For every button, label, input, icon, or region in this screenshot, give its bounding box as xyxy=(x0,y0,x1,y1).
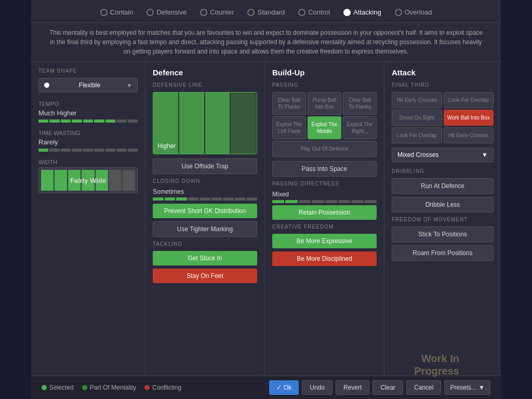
ok-button[interactable]: ✓ Ok xyxy=(269,380,299,395)
pass-cell-play-out[interactable]: Play Out Of Defence xyxy=(272,141,377,157)
dribbling-label: DRIBBLING xyxy=(392,168,494,174)
run-at-defence-button[interactable]: Run At Defence xyxy=(392,178,494,194)
tw-seg-2 xyxy=(49,149,59,152)
clear-button[interactable]: Clear xyxy=(373,380,403,395)
nav-label-contain: Contain xyxy=(110,8,134,16)
mentality-description: This mentality is best employed for matc… xyxy=(31,23,501,62)
ft-look-overlap-top-right[interactable]: Look For Overlap xyxy=(444,92,494,108)
stay-on-feet-button[interactable]: Stay On Feet xyxy=(153,269,257,283)
legend: Selected Part Of Mentality Conflicting xyxy=(42,384,181,391)
def-line-value: Higher xyxy=(157,142,176,150)
cd-seg-3 xyxy=(176,197,187,201)
work-in-progress-text: Work InProgress xyxy=(414,352,459,377)
presets-chevron: ▼ xyxy=(478,384,485,391)
tempo-seg-6 xyxy=(94,119,104,123)
nav-defensive[interactable]: Defensive xyxy=(141,6,192,18)
w-seg-6 xyxy=(109,170,122,191)
pd-seg-1 xyxy=(272,200,284,203)
nav-radio-defensive xyxy=(147,9,154,16)
cd-seg-1 xyxy=(153,197,164,201)
nav-radio-counter xyxy=(200,9,207,16)
crosses-value: Mixed Crosses xyxy=(397,151,438,158)
legend-selected: Selected xyxy=(42,384,74,391)
attack-panel: Attack FINAL THIRD Hit Early Crosses Loo… xyxy=(384,62,501,376)
retain-possession-button[interactable]: Retain Possession xyxy=(272,205,377,220)
closing-down-value: Sometimes xyxy=(153,188,257,195)
ft-hit-early-top-left[interactable]: Hit Early Crosses xyxy=(392,92,442,108)
closing-down-slider[interactable] xyxy=(153,197,257,201)
be-more-expressive-button[interactable]: Be More Expressive xyxy=(272,234,377,248)
pass-cell-left-flank[interactable]: Exploit The Left Flank xyxy=(272,116,306,139)
pass-cell-right-flank[interactable]: Exploit The Right... xyxy=(343,116,377,139)
stick-to-positions-button[interactable]: Stick To Positions xyxy=(392,227,494,242)
tempo-seg-4 xyxy=(72,119,82,123)
cd-seg-2 xyxy=(165,197,176,201)
timewasting-label: TIME WASTING xyxy=(38,130,138,136)
pd-seg-5 xyxy=(325,200,337,203)
legend-conflicting: Conflicting xyxy=(144,384,181,391)
tighter-marking-button[interactable]: Use Tighter Marking xyxy=(153,221,257,237)
attack-title: Attack xyxy=(392,68,494,77)
timewasting-value: Rarely xyxy=(38,138,138,146)
nav-attacking[interactable]: Attacking xyxy=(338,6,386,18)
pass-cell-clear-right[interactable]: Clear Ball To Flanks xyxy=(343,92,377,115)
ft-look-overlap-bottom-left[interactable]: Look For Overlap xyxy=(392,127,442,143)
crosses-chevron: ▼ xyxy=(482,151,488,158)
nav-label-attacking: Attacking xyxy=(353,8,381,16)
legend-label-conflicting: Conflicting xyxy=(152,384,181,391)
ft-work-ball-into-box[interactable]: Work Ball Into Box xyxy=(444,110,494,126)
be-more-disciplined-button[interactable]: Be More Disciplined xyxy=(272,251,377,266)
tw-seg-8 xyxy=(116,149,126,152)
roam-from-positions-button[interactable]: Roam From Positions xyxy=(392,245,494,261)
tw-seg-9 xyxy=(128,149,138,152)
width-slider[interactable]: Fairly Wide xyxy=(38,167,138,193)
buildup-panel: Build-Up PASSING Clear Ball To Flanks Pu… xyxy=(265,62,384,376)
left-panel: TEAM SHAPE Flexible ▼ TEMPO Much Higher xyxy=(31,62,145,376)
cd-seg-6 xyxy=(211,197,222,201)
crosses-dropdown[interactable]: Mixed Crosses ▼ xyxy=(392,148,494,162)
def-line-visual: Higher xyxy=(153,92,257,154)
nav-label-defensive: Defensive xyxy=(156,8,187,16)
cd-seg-8 xyxy=(235,197,246,201)
tempo-slider[interactable] xyxy=(38,119,138,123)
passing-directness-slider[interactable] xyxy=(272,200,377,203)
legend-label-mentality: Part Of Mentality xyxy=(90,384,136,391)
freedom-of-movement-label: FREEDOM OF MOVEMENT xyxy=(392,217,494,222)
offside-trap-button[interactable]: Use Offside Trap xyxy=(153,158,257,174)
ft-hit-early-bottom-right[interactable]: Hit Early Crosses xyxy=(444,127,494,143)
dribble-less-button[interactable]: Dribble Less xyxy=(392,197,494,212)
creative-freedom-label: CREATIVE FREEDOM xyxy=(272,224,377,230)
pass-into-space-button[interactable]: Pass Into Space xyxy=(272,161,377,177)
buildup-title: Build-Up xyxy=(272,68,377,77)
team-shape-dropdown[interactable]: Flexible ▼ xyxy=(38,78,138,92)
nav-radio-contain xyxy=(100,9,108,16)
nav-radio-overload xyxy=(395,9,402,16)
nav-standard[interactable]: Standard xyxy=(242,6,290,18)
undo-button[interactable]: Undo xyxy=(302,380,332,395)
team-shape-value: Flexible xyxy=(79,82,100,89)
get-stuck-in-button[interactable]: Get Stuck In xyxy=(153,251,257,265)
nav-contain[interactable]: Contain xyxy=(95,6,139,18)
nav-control[interactable]: Control xyxy=(293,6,335,18)
pd-seg-2 xyxy=(285,200,297,203)
cancel-button[interactable]: Cancel xyxy=(406,380,441,395)
tw-seg-1 xyxy=(38,149,48,152)
def-col-3 xyxy=(205,92,231,154)
timewasting-slider[interactable] xyxy=(38,149,138,152)
tempo-label: TEMPO xyxy=(38,101,138,107)
prevent-gk-button[interactable]: Prevent Short GK Distribution xyxy=(153,204,257,218)
pd-seg-3 xyxy=(299,200,311,203)
presets-button[interactable]: Presets... ▼ xyxy=(444,380,490,395)
revert-button[interactable]: Revert xyxy=(336,380,369,395)
pass-cell-middle[interactable]: Exploit The Middle xyxy=(308,116,341,139)
pass-cell-pump-box[interactable]: Pump Ball Into Box xyxy=(308,92,341,115)
left-sidebar-strip xyxy=(0,0,31,399)
pass-cell-clear-left[interactable]: Clear Ball To Flanks xyxy=(272,92,306,115)
tw-seg-3 xyxy=(61,149,71,152)
ft-shoot-on-sight[interactable]: Shoot On Sight xyxy=(392,110,442,126)
nav-overload[interactable]: Overload xyxy=(390,6,437,18)
w-seg-1 xyxy=(41,170,54,191)
width-label: WIDTH xyxy=(38,159,138,165)
team-shape-radio-dot xyxy=(44,83,49,88)
nav-counter[interactable]: Counter xyxy=(195,6,239,18)
